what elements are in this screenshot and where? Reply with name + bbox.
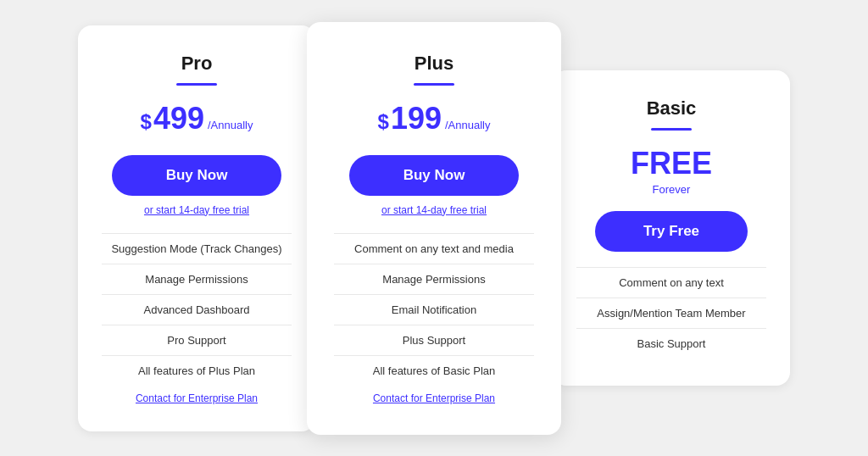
- basic-price-free: FREE: [631, 146, 712, 181]
- pro-buy-button[interactable]: Buy Now: [112, 155, 281, 196]
- basic-feature-2: Assign/Mention Team Member: [576, 298, 766, 328]
- pro-enterprise-link[interactable]: Contact for Enterprise Plan: [136, 392, 258, 404]
- plus-divider: [414, 83, 454, 86]
- plus-feature-2: Manage Permissions: [334, 264, 534, 294]
- basic-feature-1: Comment on any text: [576, 267, 766, 298]
- plus-price: $199/Annually: [378, 101, 491, 136]
- plus-feature-4: Plus Support: [334, 325, 534, 355]
- pro-feature-2: Manage Permissions: [102, 264, 292, 294]
- plus-price-row: $199/Annually: [378, 101, 491, 140]
- basic-divider: [651, 128, 692, 131]
- pro-feature-1: Suggestion Mode (Track Changes): [102, 233, 292, 264]
- plus-enterprise-link[interactable]: Contact for Enterprise Plan: [373, 392, 495, 404]
- pro-card: Pro $499/Annually Buy Now or start 14-da…: [78, 25, 315, 431]
- pro-period: /Annually: [208, 119, 253, 131]
- basic-card: Basic FREE Forever Try Free Comment on a…: [553, 70, 790, 386]
- pricing-container: Pro $499/Annually Buy Now or start 14-da…: [0, 5, 868, 452]
- pro-price-row: $499/Annually: [141, 101, 253, 140]
- plus-period: /Annually: [445, 119, 490, 131]
- pro-amount: 499: [153, 101, 204, 136]
- basic-features-list: Comment on any text Assign/Mention Team …: [576, 267, 766, 359]
- plus-plan-name: Plus: [415, 53, 453, 75]
- basic-feature-3: Basic Support: [576, 328, 766, 359]
- plus-amount: 199: [391, 101, 442, 136]
- pro-features-list: Suggestion Mode (Track Changes) Manage P…: [102, 233, 292, 386]
- plus-dollar: $: [378, 110, 389, 134]
- plus-card: Plus $199/Annually Buy Now or start 14-d…: [307, 22, 561, 435]
- pro-dollar: $: [141, 110, 152, 134]
- pro-divider: [176, 83, 217, 86]
- pro-plan-name: Pro: [181, 53, 213, 75]
- plus-feature-1: Comment on any text and media: [334, 233, 534, 264]
- basic-plan-name: Basic: [647, 97, 697, 120]
- basic-price-forever: Forever: [653, 183, 691, 196]
- plus-buy-button[interactable]: Buy Now: [349, 155, 519, 196]
- pro-free-trial-link[interactable]: or start 14-day free trial: [144, 204, 249, 216]
- plus-feature-3: Email Notification: [334, 294, 534, 325]
- plus-features-list: Comment on any text and media Manage Per…: [334, 233, 534, 386]
- plus-free-trial-link[interactable]: or start 14-day free trial: [381, 204, 487, 216]
- pro-feature-3: Advanced Dashboard: [102, 294, 292, 325]
- pro-feature-4: Pro Support: [102, 325, 292, 355]
- basic-try-button[interactable]: Try Free: [595, 211, 748, 252]
- plus-feature-5: All features of Basic Plan: [334, 355, 534, 386]
- pro-feature-5: All features of Plus Plan: [102, 355, 292, 386]
- pro-price: $499/Annually: [141, 101, 253, 136]
